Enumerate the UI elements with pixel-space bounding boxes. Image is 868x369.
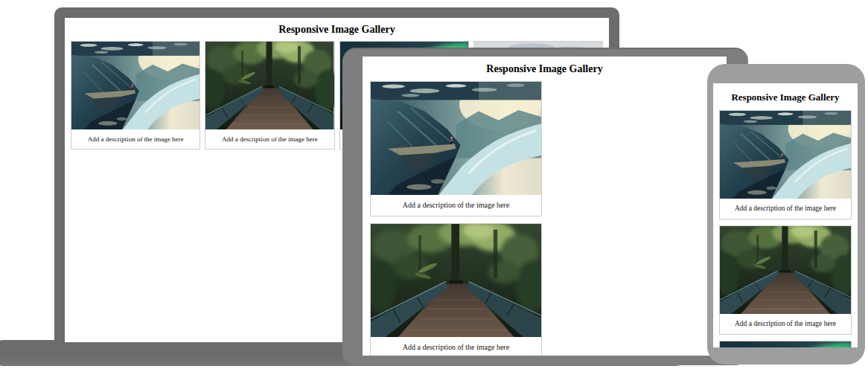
- page-title: Responsive Image Gallery: [713, 83, 858, 110]
- image-caption: Add a description of the image here: [720, 314, 851, 334]
- responsive-gallery-mockup: Responsive Image Gallery Add a descripti…: [0, 0, 868, 369]
- page-title: Responsive Image Gallery: [65, 18, 609, 41]
- photo-forest-bridge[interactable]: [720, 226, 851, 314]
- image-gallery: Add a description of the image here Add …: [363, 81, 727, 356]
- image-caption: Add a description of the image here: [720, 199, 851, 219]
- photo-fjord-cliff[interactable]: [371, 82, 541, 195]
- tablet-mockup: Responsive Image Gallery Add a descripti…: [342, 48, 748, 365]
- gallery-card-forest-bridge: Add a description of the image here: [370, 223, 542, 356]
- image-caption: Add a description of the image here: [371, 195, 541, 216]
- phone-screen: Responsive Image Gallery Add a descripti…: [713, 83, 858, 347]
- image-gallery: Add a description of the image here Add …: [713, 110, 858, 347]
- gallery-card-forest-bridge: Add a description of the image here: [719, 225, 852, 335]
- phone-mockup: Responsive Image Gallery Add a descripti…: [707, 64, 865, 365]
- photo-forest-bridge[interactable]: [205, 42, 334, 129]
- gallery-card-aurora-night-sky: Add a description of the image here: [719, 341, 852, 347]
- photo-fjord-cliff[interactable]: [71, 42, 200, 129]
- tablet-screen: Responsive Image Gallery Add a descripti…: [363, 57, 727, 356]
- gallery-card-fjord-cliff: Add a description of the image here: [71, 41, 200, 150]
- image-caption: Add a description of the image here: [71, 129, 200, 149]
- image-caption: Add a description of the image here: [371, 337, 541, 356]
- photo-aurora-night-sky[interactable]: [720, 341, 851, 347]
- image-caption: Add a description of the image here: [205, 129, 334, 149]
- gallery-card-fjord-cliff: Add a description of the image here: [719, 110, 852, 219]
- photo-fjord-cliff[interactable]: [720, 111, 851, 199]
- gallery-card-forest-bridge: Add a description of the image here: [205, 41, 334, 150]
- page-title: Responsive Image Gallery: [363, 57, 727, 81]
- photo-forest-bridge[interactable]: [371, 224, 541, 337]
- gallery-card-fjord-cliff: Add a description of the image here: [370, 81, 542, 216]
